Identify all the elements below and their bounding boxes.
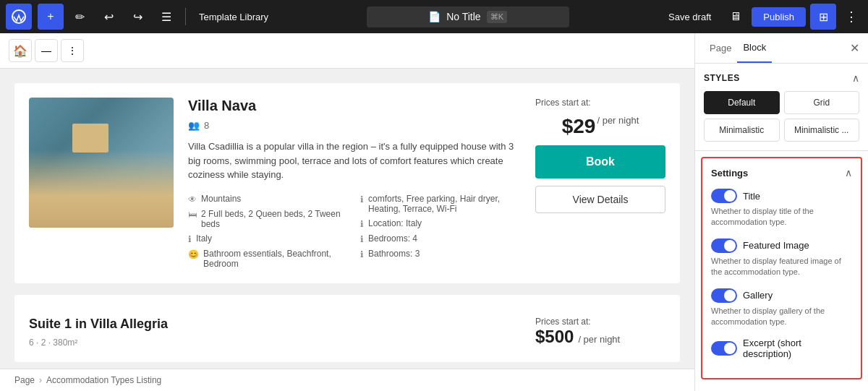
- doc-shortcut: ⌘K: [487, 11, 507, 23]
- more-options-button[interactable]: ⋮: [841, 6, 862, 27]
- edit-tool-button[interactable]: ✏: [67, 4, 93, 30]
- editor-area: 🏠 — ⋮ Villa Nava 👥 8: [0, 33, 694, 391]
- title-toggle[interactable]: [711, 189, 737, 203]
- bed-icon: 🛏: [188, 210, 197, 220]
- villa-info: Villa Nava 👥 8 Villa Csadillia is a popu…: [188, 98, 521, 269]
- styles-section: Styles ∧ Default Grid Minimalistic Minim…: [695, 64, 868, 151]
- featured-image-desc: Whether to display featured image of the…: [711, 256, 852, 278]
- suite-preview: Suite 1 in Villa Allegria 6 · 2 · 380m² …: [29, 309, 665, 348]
- settings-title: Settings: [711, 168, 748, 179]
- right-panel: Page Block ✕ Styles ∧ Default Grid Minim…: [694, 33, 868, 391]
- location-icon: ℹ: [360, 219, 364, 229]
- breadcrumb-separator: ›: [39, 375, 42, 385]
- toolbar-right: Save draft 🖥 Publish ⊞ ⋮: [660, 4, 862, 30]
- styles-section-header: Styles ∧: [704, 72, 859, 84]
- block-align-button[interactable]: —: [35, 39, 58, 62]
- info-icon: ℹ: [188, 234, 192, 244]
- block-options-button[interactable]: ⋮: [61, 39, 84, 62]
- villa-pricing: Prices start at: $29 / per night Book Vi…: [535, 98, 665, 269]
- suite-pricing: Prices start at: $500 / per night: [535, 317, 665, 348]
- bedroom-icon: ℹ: [360, 234, 364, 244]
- villa-description: Villa Csadillia is a popular villa in th…: [188, 139, 521, 182]
- gallery-label: Gallery: [743, 290, 773, 301]
- suite-info: Suite 1 in Villa Allegria 6 · 2 · 380m²: [29, 317, 521, 348]
- settings-toggle-button[interactable]: ⊞: [810, 4, 836, 30]
- tab-block[interactable]: Block: [737, 33, 772, 63]
- add-block-button[interactable]: +: [38, 4, 64, 30]
- panel-content: Styles ∧ Default Grid Minimalistic Minim…: [695, 64, 868, 391]
- toolbar-center: 📄 No Title ⌘K: [278, 7, 657, 27]
- guests-icon: 👥: [188, 120, 200, 131]
- toolbar-divider: [185, 8, 186, 25]
- villa-features: 👁 Mountains 🛏 2 Full beds, 2 Queen beds,…: [188, 194, 521, 269]
- tab-page[interactable]: Page: [704, 34, 737, 62]
- block-type-button[interactable]: 🏠: [9, 39, 32, 62]
- styles-collapse-button[interactable]: ∧: [852, 72, 859, 84]
- settings-collapse-button[interactable]: ∧: [845, 167, 852, 179]
- view-details-button[interactable]: View Details: [535, 186, 665, 213]
- template-library-button[interactable]: Template Library: [192, 7, 276, 27]
- title-desc: Whether to display title of the accommod…: [711, 206, 852, 228]
- setting-title: Title Whether to display title of the ac…: [711, 189, 852, 228]
- title-label: Title: [743, 191, 760, 202]
- main-layout: 🏠 — ⋮ Villa Nava 👥 8: [0, 33, 868, 391]
- doc-icon: 📄: [428, 11, 441, 22]
- doc-title-area[interactable]: 📄 No Title ⌘K: [367, 7, 569, 27]
- excerpt-toggle[interactable]: [711, 341, 737, 356]
- panel-close-button[interactable]: ✕: [850, 41, 859, 55]
- eye-icon: 👁: [188, 194, 197, 205]
- setting-gallery: Gallery Whether to display gallery of th…: [711, 288, 852, 328]
- suite-title: Suite 1 in Villa Allegria: [29, 317, 521, 332]
- villa-card-block: Villa Nava 👥 8 Villa Csadillia is a popu…: [14, 83, 680, 283]
- villa-card: Villa Nava 👥 8 Villa Csadillia is a popu…: [29, 98, 665, 269]
- style-options: Default Grid Minimalistic Minimalistic .…: [704, 91, 859, 142]
- styles-title: Styles: [704, 73, 740, 83]
- publish-button[interactable]: Publish: [752, 7, 806, 27]
- villa-title: Villa Nava: [188, 98, 521, 114]
- style-default-button[interactable]: Default: [704, 91, 780, 114]
- style-minimalistic2-button[interactable]: Minimalistic ...: [784, 119, 860, 142]
- price-row: $29 / per night: [562, 115, 639, 138]
- book-button[interactable]: Book: [535, 145, 665, 179]
- suite-card-block: Suite 1 in Villa Allegria 6 · 2 · 380m² …: [14, 295, 680, 362]
- excerpt-label: Excerpt (short description): [743, 338, 852, 359]
- breadcrumb-page: Page: [14, 375, 35, 385]
- undo-button[interactable]: ↩: [95, 4, 122, 30]
- suite-price-unit: / per night: [578, 334, 620, 345]
- bathroom-icon: ℹ: [360, 249, 364, 259]
- gallery-desc: Whether to display gallery of the accomm…: [711, 306, 852, 328]
- villa-image: [29, 98, 174, 228]
- style-minimalistic-button[interactable]: Minimalistic: [704, 119, 780, 142]
- suite-price: $500: [535, 327, 574, 347]
- settings-section: Settings ∧ Title Whether to display titl…: [701, 157, 862, 379]
- view-button[interactable]: 🖥: [724, 6, 747, 27]
- gallery-toggle[interactable]: [711, 288, 737, 303]
- settings-header: Settings ∧: [711, 167, 852, 179]
- suite-meta: 6 · 2 · 380m²: [29, 338, 521, 348]
- block-toolbar: 🏠 — ⋮: [0, 33, 694, 69]
- style-grid-button[interactable]: Grid: [784, 91, 860, 114]
- price-value: $29: [562, 115, 596, 138]
- wp-logo: [6, 4, 32, 30]
- price-label: Prices start at:: [535, 98, 591, 108]
- save-draft-button[interactable]: Save draft: [660, 7, 720, 27]
- featured-image-label: Featured Image: [743, 240, 809, 251]
- setting-excerpt: Excerpt (short description): [711, 338, 852, 359]
- toolbar: + ✏ ↩ ↪ ☰ Template Library 📄 No Title ⌘K…: [0, 0, 868, 33]
- featured-image-toggle[interactable]: [711, 239, 737, 253]
- setting-featured-image: Featured Image Whether to display featur…: [711, 239, 852, 278]
- feature-item: 👁 Mountains 🛏 2 Full beds, 2 Queen beds,…: [188, 194, 349, 269]
- feature-item-right: ℹ comforts, Free parking, Hair dryer, He…: [360, 194, 521, 269]
- canvas: Villa Nava 👥 8 Villa Csadillia is a popu…: [0, 69, 694, 369]
- breadcrumb: Page › Accommodation Types Listing: [0, 369, 694, 391]
- breadcrumb-current: Accommodation Types Listing: [46, 375, 161, 385]
- suite-price-label: Prices start at:: [535, 317, 665, 327]
- doc-title: No Title: [446, 11, 480, 22]
- info-icon-2: ℹ: [360, 194, 364, 205]
- redo-button[interactable]: ↪: [124, 4, 150, 30]
- villa-guests: 👥 8: [188, 120, 521, 131]
- amenity-icon: 😊: [188, 249, 199, 259]
- list-view-button[interactable]: ☰: [153, 4, 179, 30]
- panel-tabs: Page Block ✕: [695, 33, 868, 64]
- price-unit: / per night: [597, 115, 639, 126]
